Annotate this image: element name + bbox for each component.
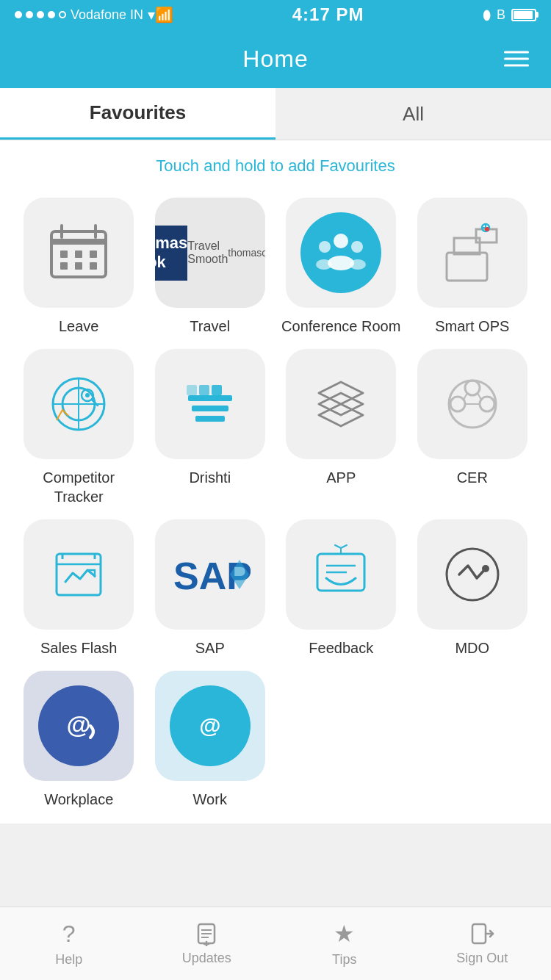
app-sap[interactable]: SAP SAP xyxy=(149,519,272,657)
svg-line-44 xyxy=(478,393,481,400)
header: Home xyxy=(0,29,551,88)
travel-icon-container: ThomasCook Travel Smooththomascook.in xyxy=(155,198,265,308)
menu-button[interactable] xyxy=(500,47,533,71)
svg-point-55 xyxy=(447,549,498,600)
svg-rect-30 xyxy=(188,395,232,401)
signal-dots xyxy=(15,11,66,18)
app-label: APP xyxy=(326,468,356,487)
signout-label: Sign Out xyxy=(456,951,508,966)
leave-label: Leave xyxy=(59,317,99,336)
cer-icon xyxy=(436,367,509,441)
cer-icon-container xyxy=(417,349,527,459)
nav-tips[interactable]: ★ Tips xyxy=(276,907,414,980)
svg-point-12 xyxy=(351,241,363,253)
dot2 xyxy=(26,11,33,18)
travel-label: Travel xyxy=(190,317,230,336)
bt-icon2: B xyxy=(497,7,505,23)
work-icon: @ xyxy=(170,685,251,766)
conference-svg xyxy=(314,226,367,279)
leave-icon xyxy=(46,220,112,286)
app-mdo[interactable]: MDO xyxy=(411,519,534,657)
workplace-icon: @ xyxy=(38,685,119,766)
app-leave[interactable]: Leave xyxy=(18,198,140,336)
help-icon: ? xyxy=(62,920,76,948)
updates-svg xyxy=(194,921,219,946)
workplace-svg: @ xyxy=(52,699,105,752)
nav-help[interactable]: ? Help xyxy=(0,907,138,980)
app-icon-container xyxy=(286,349,396,459)
svg-point-29 xyxy=(85,393,90,397)
svg-rect-7 xyxy=(60,262,68,270)
sap-label: SAP xyxy=(195,638,225,657)
svg-rect-5 xyxy=(75,251,82,258)
app-work[interactable]: @ Work xyxy=(149,671,272,809)
page-title: Home xyxy=(242,46,308,73)
drishti-label: Drishti xyxy=(189,468,231,487)
tab-favourites[interactable]: Favourites xyxy=(0,88,276,140)
app-competitor-tracker[interactable]: Competitor Tracker xyxy=(18,349,140,506)
svg-rect-64 xyxy=(472,924,486,943)
app-conference-room[interactable]: Conference Room xyxy=(280,198,403,336)
svg-rect-35 xyxy=(212,385,222,395)
thomas-cook-label: ThomasCook xyxy=(155,234,187,272)
signout-svg xyxy=(469,921,494,946)
bottom-spacer xyxy=(0,824,551,904)
hamburger-line1 xyxy=(504,51,529,54)
svg-line-43 xyxy=(464,393,467,400)
svg-rect-8 xyxy=(75,262,82,270)
svg-rect-16 xyxy=(447,253,487,281)
workplace-label: Workplace xyxy=(44,790,113,809)
svg-point-56 xyxy=(482,565,489,572)
mdo-icon xyxy=(436,538,509,611)
conference-label: Conference Room xyxy=(281,317,400,336)
svg-point-22 xyxy=(485,227,489,231)
bluetooth-icon: ⬮ xyxy=(483,7,491,23)
dot3 xyxy=(37,11,44,18)
signout-icon xyxy=(469,921,494,946)
nav-signout[interactable]: Sign Out xyxy=(414,907,552,980)
dot4 xyxy=(48,11,55,18)
svg-rect-9 xyxy=(90,262,97,270)
travel-logo-bg: ThomasCook xyxy=(155,226,187,281)
tab-bar: Favourites All xyxy=(0,88,551,140)
svg-rect-6 xyxy=(90,251,97,258)
svg-rect-1 xyxy=(51,239,106,245)
work-svg: @ xyxy=(184,699,237,752)
svg-rect-32 xyxy=(195,416,225,422)
app-app[interactable]: APP xyxy=(280,349,403,506)
svg-point-10 xyxy=(334,234,348,248)
dot1 xyxy=(15,11,22,18)
app-smart-ops[interactable]: Smart OPS xyxy=(411,198,534,336)
app-workplace[interactable]: @ Workplace xyxy=(18,671,140,809)
sap-icon-container: SAP xyxy=(155,519,265,630)
app-drishti[interactable]: Drishti xyxy=(149,349,272,506)
app-travel[interactable]: ThomasCook Travel Smooththomascook.in Tr… xyxy=(149,198,272,336)
smartops-icon-container xyxy=(417,198,527,308)
svg-point-41 xyxy=(480,397,494,411)
work-label: Work xyxy=(193,790,227,809)
competitor-label: Competitor Tracker xyxy=(18,468,140,506)
app-layers-icon xyxy=(304,367,378,441)
leave-icon-container xyxy=(24,198,134,308)
updates-icon xyxy=(194,921,219,946)
wifi-icon: ▾📶 xyxy=(148,6,173,24)
dot5 xyxy=(59,11,66,18)
drishti-icon-container xyxy=(155,349,265,459)
svg-point-15 xyxy=(350,259,366,270)
tab-all[interactable]: All xyxy=(276,88,551,140)
smartops-label: Smart OPS xyxy=(435,317,509,336)
feedback-icon xyxy=(304,538,378,611)
mdo-icon-container xyxy=(417,519,527,630)
salesflash-icon xyxy=(42,538,115,611)
salesflash-label: Sales Flash xyxy=(40,638,118,657)
svg-point-11 xyxy=(319,241,331,253)
hamburger-line2 xyxy=(504,58,529,60)
app-feedback[interactable]: Feedback xyxy=(280,519,403,657)
status-left: Vodafone IN ▾📶 xyxy=(15,6,173,24)
mdo-label: MDO xyxy=(455,638,489,657)
app-sales-flash[interactable]: Sales Flash xyxy=(18,519,140,657)
nav-updates[interactable]: Updates xyxy=(138,907,276,980)
carrier-label: Vodafone IN xyxy=(71,7,143,23)
hint-text: Touch and hold to add Favourites xyxy=(0,140,551,183)
app-cer[interactable]: CER xyxy=(411,349,534,506)
